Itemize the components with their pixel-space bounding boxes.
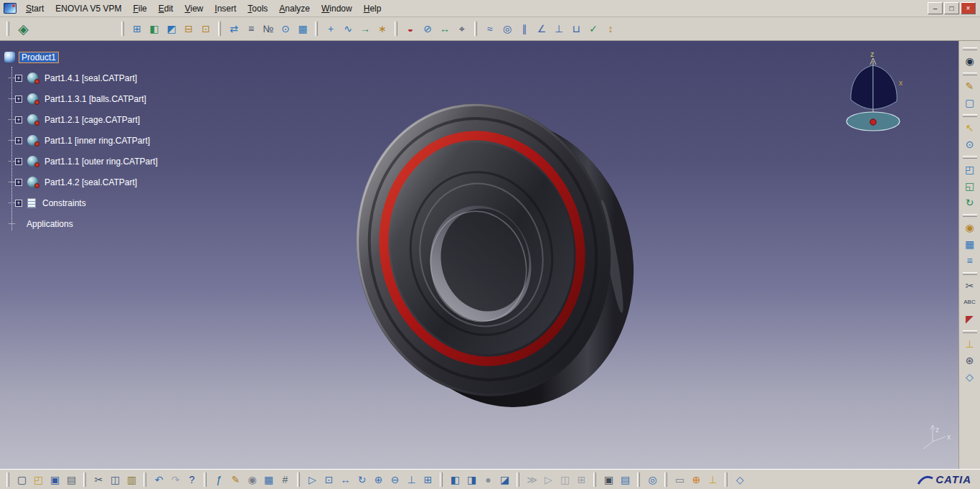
capture-view-icon[interactable]: ◫ <box>557 471 573 488</box>
examine-mode-icon[interactable]: ◉ <box>961 52 979 69</box>
catia-app-icon[interactable] <box>4 3 17 14</box>
open-icon[interactable]: ◰ <box>30 471 47 488</box>
part-icon[interactable] <box>27 156 38 167</box>
toolbar-grip[interactable] <box>963 214 977 217</box>
toolbar-grip[interactable] <box>963 156 977 159</box>
toolbar-grip[interactable] <box>963 114 977 117</box>
zoom-in-icon[interactable]: ⊕ <box>370 471 387 488</box>
select-icon[interactable]: ↖ <box>961 119 979 136</box>
part-icon[interactable] <box>27 135 38 146</box>
menu-insert[interactable]: Insert <box>209 1 242 16</box>
save-icon[interactable]: ▣ <box>47 471 63 488</box>
toolbar-grip[interactable] <box>725 472 727 487</box>
fit-all-in-icon[interactable]: ⊡ <box>321 471 337 488</box>
bearing-model[interactable] <box>329 80 660 431</box>
redo-icon[interactable]: ↷ <box>167 471 184 488</box>
tree-item-part1-4-1-seal-catpart[interactable]: Part1.4.1 [seal.CATPart] <box>42 73 140 84</box>
edit-list-icon[interactable]: ≡ <box>961 252 979 269</box>
axis-system-icon[interactable]: ⊥ <box>961 335 979 352</box>
quick-constraint-icon[interactable]: ✓ <box>585 20 602 37</box>
shading-mode-icon[interactable]: ◨ <box>463 471 480 488</box>
quick-print-icon[interactable]: ▤ <box>617 471 633 488</box>
distance-band-analysis-icon[interactable]: ↔ <box>436 20 453 37</box>
expand-toggle-part1-1-3-1-balls-catpart[interactable]: + <box>15 96 22 103</box>
toolbar-grip[interactable] <box>83 472 86 487</box>
toolbar-grip[interactable] <box>963 73 977 75</box>
pan-icon[interactable]: ↔ <box>337 471 354 488</box>
measure-between-icon[interactable]: ⌖ <box>453 20 471 37</box>
clash-analysis-icon[interactable]: ◒ <box>402 20 419 37</box>
update-assembly-icon[interactable]: ↻ <box>961 194 979 210</box>
axis-system-icon[interactable]: ⊥ <box>705 471 721 488</box>
design-table-icon[interactable]: ▦ <box>260 471 277 488</box>
angle-constraint-icon[interactable]: ∠ <box>533 20 550 37</box>
flag-note-icon[interactable]: ◤ <box>961 310 979 327</box>
menu-file[interactable]: File <box>127 1 152 16</box>
graph-tree-reordering-icon[interactable]: ≡ <box>242 20 260 37</box>
tree-item-part1-1-1-outer-ring-catpart[interactable]: Part1.1.1 [outer ring.CATPart] <box>42 156 161 167</box>
new-part-icon[interactable]: ◩ <box>163 20 180 37</box>
replace-component-icon[interactable]: ⇄ <box>225 20 242 37</box>
grid-display-icon[interactable]: ⊞ <box>573 471 590 488</box>
measure-between-icon[interactable]: ⊕ <box>688 471 705 488</box>
sectioning-icon[interactable]: ⊘ <box>419 20 436 37</box>
existing-component-icon[interactable]: ⊟ <box>180 20 197 37</box>
enovia-connect-icon[interactable]: ◎ <box>644 471 661 488</box>
root-icon[interactable] <box>4 52 15 62</box>
menu-edit[interactable]: Edit <box>153 1 179 16</box>
toolbar-grip[interactable] <box>6 472 9 487</box>
new-document-icon[interactable]: ▢ <box>14 471 30 488</box>
smart-move-icon[interactable]: → <box>357 20 374 37</box>
seal-ring[interactable] <box>363 117 601 380</box>
toolbar-grip[interactable] <box>593 472 596 487</box>
flexible-rigid-subassembly-icon[interactable]: ↕ <box>602 20 619 37</box>
open-in-new-window-icon[interactable]: ◰ <box>961 161 979 177</box>
print-icon[interactable]: ▤ <box>63 471 80 488</box>
section-cut-icon[interactable]: ✂ <box>961 277 979 294</box>
constraints-icon[interactable] <box>27 198 36 208</box>
expand-toggle-part1-1-inner-ring-catpart[interactable]: + <box>15 137 22 144</box>
tree-item-part1-2-1-cage-catpart[interactable]: Part1.2.1 [cage.CATPart] <box>42 114 143 126</box>
manikin-icon[interactable]: ◉ <box>961 219 979 236</box>
toolbar-grip[interactable] <box>143 472 146 487</box>
menu-enovia-v5-vpm[interactable]: ENOVIA V5 VPM <box>50 1 127 16</box>
catalog-icon[interactable]: ◇ <box>961 368 979 385</box>
catalog-browser-icon[interactable]: ◇ <box>732 471 748 488</box>
tree-item-product1[interactable]: Product1 <box>19 52 59 63</box>
zoom-part-icon[interactable]: ⊙ <box>961 136 979 152</box>
publish-icon[interactable]: ◱ <box>961 177 979 194</box>
copy-icon[interactable]: ◫ <box>107 471 123 488</box>
minimize-button[interactable]: – <box>928 2 943 14</box>
generate-numbering-icon[interactable]: № <box>260 20 277 37</box>
menu-tools[interactable]: Tools <box>242 1 273 16</box>
new-component-icon[interactable]: ⊞ <box>128 20 146 37</box>
multi-view-icon[interactable]: ⊞ <box>420 471 436 488</box>
measure-item-icon[interactable]: ▭ <box>672 471 688 488</box>
light-effects-icon[interactable]: ● <box>480 471 496 488</box>
step-forward-icon[interactable]: ▷ <box>540 471 557 488</box>
toolbar-grip[interactable] <box>963 272 977 275</box>
toolbar-grip[interactable] <box>440 472 443 487</box>
structure-graph-icon[interactable]: # <box>277 471 293 488</box>
toolbar-grip[interactable] <box>963 47 977 50</box>
manipulation-icon[interactable]: + <box>322 20 339 37</box>
rule-icon[interactable]: ◉ <box>244 471 260 488</box>
selective-load-icon[interactable]: ⊙ <box>277 20 294 37</box>
tree-item-part1-1-3-1-balls-catpart[interactable]: Part1.1.3.1 [balls.CATPart] <box>42 93 149 105</box>
expand-toggle-constraints[interactable]: + <box>15 200 22 207</box>
hide-show-icon[interactable]: ◪ <box>496 471 513 488</box>
edit-table-icon[interactable]: ▦ <box>961 236 979 252</box>
undo-icon[interactable]: ↶ <box>151 471 167 488</box>
expand-toggle-part1-2-1-cage-catpart[interactable]: + <box>15 116 22 124</box>
offset-constraint-icon[interactable]: ∥ <box>516 20 533 37</box>
expand-toggle-part1-1-1-outer-ring-catpart[interactable]: + <box>15 158 22 165</box>
toolbar-grip[interactable] <box>204 472 207 487</box>
menu-view[interactable]: View <box>179 1 209 16</box>
restore-button[interactable]: □ <box>944 2 959 14</box>
contact-constraint-icon[interactable]: ◎ <box>499 20 516 37</box>
assembly-design-workbench-icon[interactable]: ◈ <box>14 19 33 39</box>
normal-view-icon[interactable]: ⊥ <box>403 471 420 488</box>
toolbar-grip[interactable] <box>395 22 397 36</box>
tree-item-part1-4-2-seal-catpart[interactable]: Part1.4.2 [seal.CATPart] <box>42 177 140 188</box>
menu-start[interactable]: Start <box>20 1 50 16</box>
